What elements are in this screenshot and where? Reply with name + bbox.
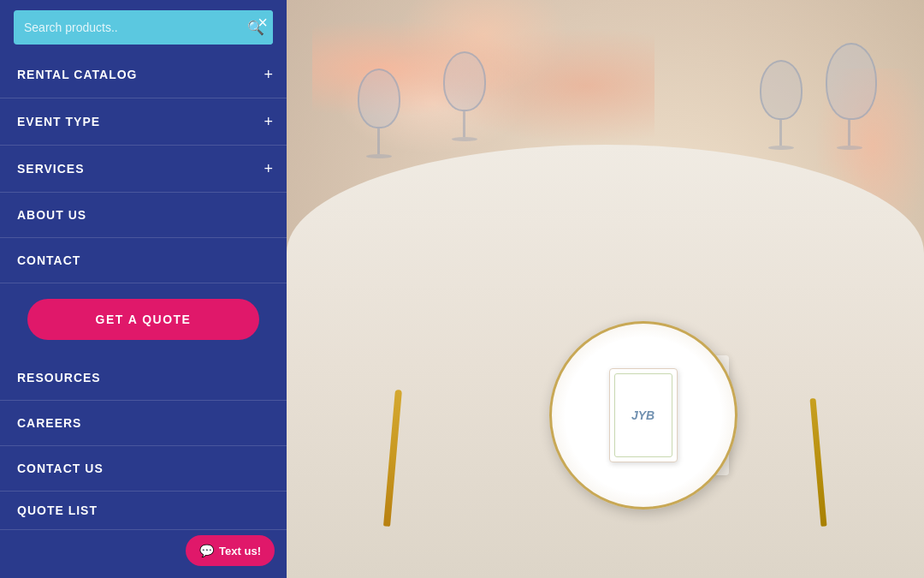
get-quote-button[interactable]: GET A QUOTE — [27, 299, 259, 340]
close-button[interactable]: × — [251, 10, 275, 34]
wine-glass-1 — [355, 69, 402, 171]
sidebar-item-label: CONTACT — [17, 253, 80, 267]
wine-glass-3 — [826, 43, 873, 146]
sidebar-item-event-type[interactable]: EVENT TYPE + — [0, 98, 287, 146]
menu-monogram: JYB — [631, 408, 654, 422]
sidebar-item-label: CAREERS — [17, 416, 81, 430]
search-input[interactable] — [14, 21, 239, 34]
sidebar-item-label: RENTAL CATALOG — [17, 68, 138, 81]
sidebar-item-contact[interactable]: CONTACT — [0, 238, 287, 283]
sidebar-item-label: CONTACT US — [17, 462, 104, 475]
sidebar-item-label: EVENT TYPE — [17, 115, 100, 128]
sidebar-item-careers[interactable]: CAREERS — [0, 401, 287, 446]
plate-inner: JYB — [565, 337, 722, 494]
sidebar-item-label: QUOTE LIST — [17, 504, 98, 517]
sidebar-item-label: RESOURCES — [17, 371, 101, 384]
sidebar-item-about-us[interactable]: ABOUT US — [0, 193, 287, 238]
text-us-label: Text us! — [219, 545, 261, 557]
sidebar-item-resources[interactable]: RESOURCES — [0, 355, 287, 401]
expand-icon: + — [264, 67, 273, 82]
wine-glass-2 — [441, 51, 488, 154]
sidebar-item-rental-catalog[interactable]: RENTAL CATALOG + — [0, 51, 287, 98]
nav-list: RENTAL CATALOG + EVENT TYPE + SERVICES +… — [0, 51, 287, 578]
sidebar-item-services[interactable]: SERVICES + — [0, 146, 287, 193]
sidebar: × 🔍 RENTAL CATALOG + EVENT TYPE + SERVIC… — [0, 0, 287, 578]
menu-card: JYB — [609, 368, 678, 462]
wine-glass-4 — [757, 60, 804, 163]
expand-icon: + — [264, 161, 273, 176]
expand-icon: + — [264, 114, 273, 129]
sidebar-item-contact-us[interactable]: CONTACT US — [0, 446, 287, 492]
sidebar-item-label: ABOUT US — [17, 208, 86, 222]
chat-icon: 💬 — [199, 544, 214, 557]
plate: JYB — [549, 321, 737, 509]
search-bar: 🔍 — [14, 10, 273, 45]
text-us-button[interactable]: 💬 Text us! — [186, 535, 275, 566]
table-scene: JYB — [287, 0, 924, 578]
close-icon: × — [258, 14, 268, 31]
sidebar-item-quote-list[interactable]: QUOTE LIST — [0, 492, 287, 530]
sidebar-item-label: SERVICES — [17, 162, 85, 176]
